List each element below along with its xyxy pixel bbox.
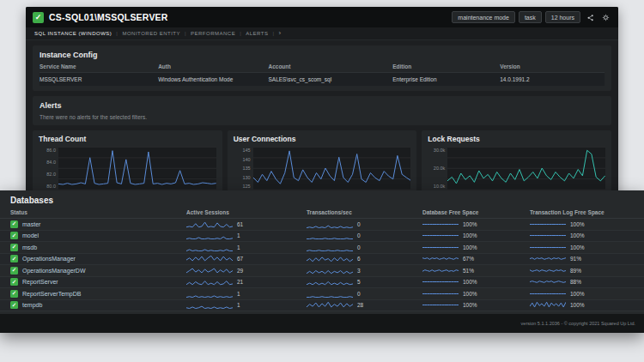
log-free-space-value: 100%	[570, 232, 585, 238]
y-tick: 135	[242, 166, 250, 171]
nav-monitored-entity[interactable]: MONITORED ENTITY	[122, 31, 180, 36]
sparkline	[186, 244, 233, 251]
db-free-space-cell: 67%	[422, 255, 530, 262]
health-ok-icon: ✓	[33, 12, 44, 23]
db-free-space-value: 51%	[463, 268, 474, 274]
y-tick: 20.0k	[434, 166, 445, 171]
col-service-name: Service Name	[39, 63, 158, 69]
chevron-right-icon[interactable]: ›	[279, 30, 282, 37]
chart-title: Lock Requests	[428, 135, 605, 143]
instance-config-row: MSSQLSERVER Windows Authentication Mode …	[39, 72, 605, 86]
database-name[interactable]: ReportServer	[22, 279, 58, 285]
active-sessions-value: 1	[237, 232, 240, 238]
sparkline	[422, 232, 459, 239]
chart-line	[58, 147, 216, 190]
transactions-value: 5	[357, 279, 361, 285]
nav-separator: |	[116, 31, 118, 36]
table-row[interactable]: ✓ OperationsManagerDW 29 3 51% 89%	[0, 265, 644, 277]
timerange-button[interactable]: 12 hours	[545, 11, 580, 23]
chart-title: Thread Count	[39, 135, 216, 143]
database-name[interactable]: OperationsManager	[22, 256, 76, 262]
user-connections-plot	[253, 147, 411, 190]
nav-performance[interactable]: PERFORMANCE	[191, 31, 235, 36]
log-free-space-cell: 100%	[530, 244, 634, 251]
col-active-sessions: Active Sessions	[186, 209, 307, 215]
table-row[interactable]: ✓ master 61 0 100% 100%	[0, 219, 644, 231]
account-value: SALES\svc_cs_scom_sql	[268, 76, 392, 82]
sparkline	[186, 255, 233, 262]
transactions-value: 3	[357, 268, 361, 274]
database-name[interactable]: OperationsManagerDW	[22, 268, 86, 274]
page-title: CS-SQL01\MSSQLSERVER	[49, 12, 168, 22]
sparkline	[307, 301, 353, 309]
nav-sql-instance[interactable]: SQL INSTANCE (WINDOWS)	[34, 31, 112, 36]
active-sessions-cell: 67	[186, 255, 307, 262]
transactions-cell: 6	[307, 255, 422, 262]
active-sessions-cell: 1	[186, 244, 307, 251]
sparkline	[422, 220, 459, 228]
chart-title: User Connections	[234, 135, 411, 143]
y-axis-labels: 86.0 84.0 82.0 80.0	[39, 147, 56, 190]
chart-user-connections: User Connections 145 140 135 130 125 03 …	[228, 130, 417, 200]
maintenance-mode-button[interactable]: maintenance mode	[452, 11, 515, 23]
log-free-space-cell: 100%	[530, 220, 634, 228]
alerts-title: Alerts	[39, 101, 605, 110]
y-tick: 125	[242, 184, 250, 189]
sparkline	[307, 220, 353, 228]
sparkline	[422, 267, 459, 275]
database-name[interactable]: master	[22, 221, 40, 227]
sparkline	[307, 290, 353, 298]
table-row[interactable]: ✓ msdb 1 0 100% 100%	[0, 242, 644, 254]
col-auth: Auth	[158, 63, 268, 69]
active-sessions-cell: 61	[186, 220, 307, 228]
gear-icon[interactable]	[599, 11, 611, 23]
status-ok-icon: ✓	[10, 278, 18, 286]
instance-config-header: Service Name Auth Account Edition Versio…	[39, 63, 605, 72]
db-free-space-cell: 100%	[422, 220, 530, 228]
col-account: Account	[268, 63, 392, 69]
database-name[interactable]: ReportServerTempDB	[22, 291, 81, 297]
db-free-space-cell: 51%	[422, 267, 530, 275]
log-free-space-value: 100%	[570, 302, 585, 308]
footer-bar: version 5.1.1.2036 - © copyright 2021 Sq…	[0, 314, 644, 333]
y-tick: 84.0	[46, 160, 56, 165]
sparkline	[186, 267, 233, 275]
database-name[interactable]: model	[22, 232, 39, 238]
status-ok-icon: ✓	[10, 244, 18, 251]
thread-count-plot	[58, 147, 216, 190]
active-sessions-value: 1	[237, 302, 240, 308]
y-tick: 10.0k	[434, 184, 445, 189]
db-free-space-value: 100%	[463, 279, 477, 285]
task-button[interactable]: task	[519, 11, 542, 23]
transactions-value: 28	[357, 302, 363, 308]
sparkline	[422, 255, 459, 262]
chart-line	[253, 147, 411, 190]
nav-alerts[interactable]: ALERTS	[246, 31, 268, 36]
db-free-space-value: 100%	[463, 244, 477, 250]
sparkline	[530, 244, 566, 251]
table-row[interactable]: ✓ model 1 0 100% 100%	[0, 231, 644, 243]
active-sessions-value: 67	[237, 256, 243, 262]
sparkline	[530, 232, 566, 239]
db-free-space-cell: 100%	[422, 244, 530, 251]
share-icon[interactable]	[584, 11, 596, 23]
transactions-value: 6	[357, 256, 361, 262]
db-free-space-value: 100%	[463, 291, 477, 297]
transactions-value: 0	[357, 291, 361, 297]
version-value: 14.0.1991.2	[500, 76, 605, 82]
col-log-free-space: Transaction Log Free Space	[530, 209, 634, 215]
sparkline	[530, 255, 566, 262]
sparkline	[307, 232, 353, 239]
db-free-space-cell: 100%	[422, 290, 530, 298]
table-row[interactable]: ✓ OperationsManager 67 6 67% 91%	[0, 254, 644, 266]
table-row[interactable]: ✓ ReportServer 21 5 100% 88%	[0, 277, 644, 289]
transactions-value: 0	[357, 244, 361, 250]
y-tick: 82.0	[46, 172, 56, 177]
db-free-space-value: 67%	[463, 256, 474, 262]
databases-table-body: ✓ master 61 0 100% 100% ✓ model 1 0 100%	[0, 219, 644, 311]
table-row[interactable]: ✓ tempdb 1 28 100% 100%	[0, 300, 644, 312]
table-row[interactable]: ✓ ReportServerTempDB 1 0 100% 100%	[0, 288, 644, 300]
sparkline	[307, 267, 353, 275]
database-name[interactable]: tempdb	[22, 302, 42, 308]
database-name[interactable]: msdb	[22, 244, 37, 250]
